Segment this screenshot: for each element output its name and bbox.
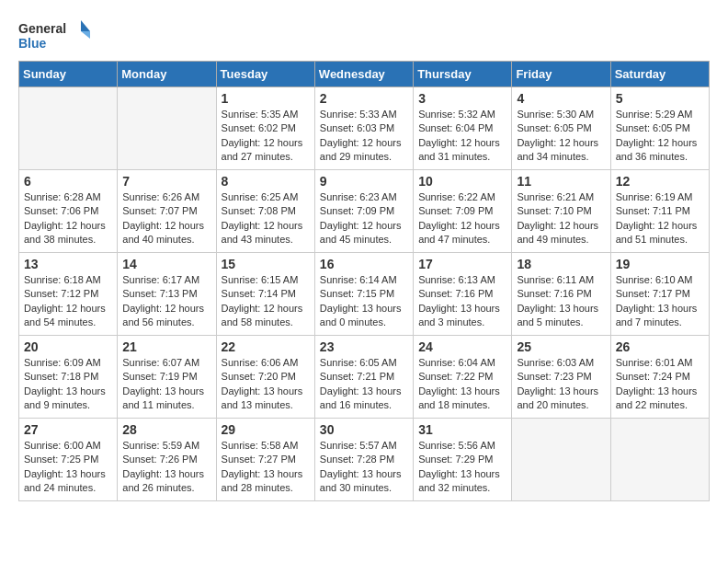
weekday-header: Thursday [414, 62, 512, 87]
calendar-cell: 11Sunrise: 6:21 AM Sunset: 7:10 PM Dayli… [512, 170, 610, 253]
day-number: 2 [320, 91, 408, 106]
svg-marker-3 [81, 31, 90, 39]
weekday-header: Monday [118, 62, 216, 87]
day-info: Sunrise: 6:21 AM Sunset: 7:10 PM Dayligh… [517, 190, 605, 247]
calendar-cell: 30Sunrise: 5:57 AM Sunset: 7:28 PM Dayli… [314, 419, 413, 501]
day-info: Sunrise: 5:57 AM Sunset: 7:28 PM Dayligh… [320, 439, 408, 496]
calendar-cell: 13Sunrise: 6:18 AM Sunset: 7:12 PM Dayli… [19, 253, 118, 336]
svg-text:General: General [18, 21, 66, 36]
calendar-table: SundayMondayTuesdayWednesdayThursdayFrid… [18, 61, 710, 501]
calendar-cell: 23Sunrise: 6:05 AM Sunset: 7:21 PM Dayli… [314, 336, 413, 419]
day-number: 14 [122, 257, 210, 271]
weekday-header: Saturday [610, 62, 709, 87]
day-info: Sunrise: 5:56 AM Sunset: 7:29 PM Dayligh… [418, 439, 506, 496]
calendar-week-row: 13Sunrise: 6:18 AM Sunset: 7:12 PM Dayli… [19, 253, 710, 336]
calendar-week-row: 6Sunrise: 6:28 AM Sunset: 7:06 PM Daylig… [19, 170, 710, 253]
day-number: 30 [320, 422, 408, 437]
svg-text:Blue: Blue [18, 36, 47, 51]
day-number: 8 [222, 174, 310, 189]
calendar-cell: 14Sunrise: 6:17 AM Sunset: 7:13 PM Dayli… [118, 253, 216, 336]
calendar-week-row: 1Sunrise: 5:35 AM Sunset: 6:02 PM Daylig… [19, 87, 710, 170]
calendar-cell [610, 419, 709, 501]
calendar-cell: 20Sunrise: 6:09 AM Sunset: 7:18 PM Dayli… [19, 336, 118, 419]
calendar-week-row: 27Sunrise: 6:00 AM Sunset: 7:25 PM Dayli… [19, 419, 710, 501]
calendar-cell [512, 419, 610, 501]
day-number: 5 [616, 91, 704, 106]
day-info: Sunrise: 5:32 AM Sunset: 6:04 PM Dayligh… [418, 108, 506, 165]
day-number: 3 [418, 91, 506, 106]
day-number: 19 [616, 257, 704, 271]
logo: General Blue [18, 18, 92, 52]
day-info: Sunrise: 5:35 AM Sunset: 6:02 PM Dayligh… [222, 108, 310, 165]
calendar-cell: 7Sunrise: 6:26 AM Sunset: 7:07 PM Daylig… [118, 170, 216, 253]
day-info: Sunrise: 6:03 AM Sunset: 7:23 PM Dayligh… [517, 356, 605, 413]
calendar-cell: 4Sunrise: 5:30 AM Sunset: 6:05 PM Daylig… [512, 87, 610, 170]
weekday-header: Sunday [19, 62, 118, 87]
day-info: Sunrise: 5:59 AM Sunset: 7:26 PM Dayligh… [122, 439, 210, 496]
day-info: Sunrise: 6:26 AM Sunset: 7:07 PM Dayligh… [122, 190, 210, 247]
day-number: 26 [616, 339, 704, 354]
calendar-cell: 3Sunrise: 5:32 AM Sunset: 6:04 PM Daylig… [414, 87, 512, 170]
day-number: 10 [418, 174, 506, 189]
calendar-cell: 19Sunrise: 6:10 AM Sunset: 7:17 PM Dayli… [610, 253, 709, 336]
calendar-cell: 29Sunrise: 5:58 AM Sunset: 7:27 PM Dayli… [216, 419, 314, 501]
day-number: 25 [517, 339, 605, 354]
day-number: 22 [222, 339, 310, 354]
calendar-cell: 17Sunrise: 6:13 AM Sunset: 7:16 PM Dayli… [414, 253, 512, 336]
day-number: 7 [122, 174, 210, 189]
weekday-header: Friday [512, 62, 610, 87]
day-info: Sunrise: 5:58 AM Sunset: 7:27 PM Dayligh… [222, 439, 310, 496]
day-info: Sunrise: 6:23 AM Sunset: 7:09 PM Dayligh… [320, 190, 408, 247]
day-number: 9 [320, 174, 408, 189]
day-number: 12 [616, 174, 704, 189]
svg-marker-2 [81, 20, 90, 31]
day-info: Sunrise: 6:07 AM Sunset: 7:19 PM Dayligh… [122, 356, 210, 413]
weekday-header: Tuesday [216, 62, 314, 87]
calendar-cell: 24Sunrise: 6:04 AM Sunset: 7:22 PM Dayli… [414, 336, 512, 419]
logo-svg: General Blue [18, 18, 92, 52]
day-info: Sunrise: 6:10 AM Sunset: 7:17 PM Dayligh… [616, 273, 704, 330]
day-info: Sunrise: 6:22 AM Sunset: 7:09 PM Dayligh… [418, 190, 506, 247]
day-number: 20 [24, 339, 112, 354]
day-number: 24 [418, 339, 506, 354]
day-number: 13 [24, 257, 112, 271]
calendar-cell: 10Sunrise: 6:22 AM Sunset: 7:09 PM Dayli… [414, 170, 512, 253]
calendar-cell: 26Sunrise: 6:01 AM Sunset: 7:24 PM Dayli… [610, 336, 709, 419]
day-info: Sunrise: 6:04 AM Sunset: 7:22 PM Dayligh… [418, 356, 506, 413]
day-number: 28 [122, 422, 210, 437]
day-info: Sunrise: 6:06 AM Sunset: 7:20 PM Dayligh… [222, 356, 310, 413]
day-info: Sunrise: 6:14 AM Sunset: 7:15 PM Dayligh… [320, 273, 408, 330]
day-info: Sunrise: 6:17 AM Sunset: 7:13 PM Dayligh… [122, 273, 210, 330]
calendar-cell: 18Sunrise: 6:11 AM Sunset: 7:16 PM Dayli… [512, 253, 610, 336]
day-info: Sunrise: 5:30 AM Sunset: 6:05 PM Dayligh… [517, 108, 605, 165]
calendar-cell: 16Sunrise: 6:14 AM Sunset: 7:15 PM Dayli… [314, 253, 413, 336]
day-number: 29 [222, 422, 310, 437]
calendar-cell: 22Sunrise: 6:06 AM Sunset: 7:20 PM Dayli… [216, 336, 314, 419]
calendar-cell: 1Sunrise: 5:35 AM Sunset: 6:02 PM Daylig… [216, 87, 314, 170]
calendar-cell: 5Sunrise: 5:29 AM Sunset: 6:05 PM Daylig… [610, 87, 709, 170]
calendar-cell: 31Sunrise: 5:56 AM Sunset: 7:29 PM Dayli… [414, 419, 512, 501]
day-number: 15 [222, 257, 310, 271]
calendar-header-row: SundayMondayTuesdayWednesdayThursdayFrid… [19, 62, 710, 87]
day-number: 6 [24, 174, 112, 189]
day-info: Sunrise: 6:15 AM Sunset: 7:14 PM Dayligh… [222, 273, 310, 330]
calendar-week-row: 20Sunrise: 6:09 AM Sunset: 7:18 PM Dayli… [19, 336, 710, 419]
calendar-cell: 9Sunrise: 6:23 AM Sunset: 7:09 PM Daylig… [314, 170, 413, 253]
day-number: 31 [418, 422, 506, 437]
day-info: Sunrise: 6:25 AM Sunset: 7:08 PM Dayligh… [222, 190, 310, 247]
day-info: Sunrise: 6:09 AM Sunset: 7:18 PM Dayligh… [24, 356, 112, 413]
day-info: Sunrise: 6:28 AM Sunset: 7:06 PM Dayligh… [24, 190, 112, 247]
calendar-cell: 25Sunrise: 6:03 AM Sunset: 7:23 PM Dayli… [512, 336, 610, 419]
day-number: 4 [517, 91, 605, 106]
day-info: Sunrise: 6:19 AM Sunset: 7:11 PM Dayligh… [616, 190, 704, 247]
day-number: 27 [24, 422, 112, 437]
day-info: Sunrise: 6:05 AM Sunset: 7:21 PM Dayligh… [320, 356, 408, 413]
day-number: 21 [122, 339, 210, 354]
day-number: 1 [222, 91, 310, 106]
day-info: Sunrise: 6:01 AM Sunset: 7:24 PM Dayligh… [616, 356, 704, 413]
calendar-cell: 2Sunrise: 5:33 AM Sunset: 6:03 PM Daylig… [314, 87, 413, 170]
day-number: 18 [517, 257, 605, 271]
day-number: 11 [517, 174, 605, 189]
day-info: Sunrise: 6:18 AM Sunset: 7:12 PM Dayligh… [24, 273, 112, 330]
day-number: 17 [418, 257, 506, 271]
